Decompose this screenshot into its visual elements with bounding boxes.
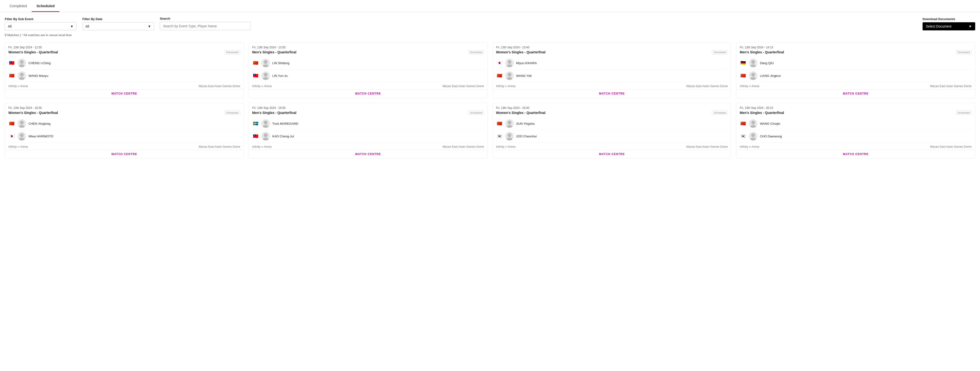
- date-filter: Filter By Date All ▼: [82, 17, 154, 30]
- match-datetime: Fri, 13th Sep 2024 - 14:15: [740, 46, 972, 49]
- player-name: WANG Manyu: [29, 74, 48, 78]
- player-flag: 🇰🇷: [740, 134, 746, 139]
- svg-point-8: [508, 60, 511, 64]
- svg-point-22: [264, 133, 267, 137]
- match-title: Men's Singles - Quarterfinal: [252, 50, 296, 54]
- match-centre-button[interactable]: MATCH CENTRE: [249, 89, 487, 98]
- match-title: Women's Singles - Quarterfinal: [8, 111, 58, 115]
- sub-event-value: All: [8, 24, 12, 28]
- svg-point-0: [20, 60, 24, 64]
- search-label: Search: [160, 17, 251, 20]
- matches-grid: Fri, 13th Sep 2024 - 12:30 Women's Singl…: [0, 40, 980, 161]
- player-row: 🇨🇳 LIANG Jingkun: [740, 69, 972, 82]
- player-name: WANG Chuqin: [760, 122, 780, 126]
- svg-point-17: [19, 125, 25, 128]
- svg-point-1: [19, 64, 25, 67]
- match-status: Scheduled: [712, 111, 728, 115]
- player-name: LIN Yun-Ju: [272, 74, 288, 78]
- match-status: Scheduled: [956, 50, 972, 54]
- download-button[interactable]: Select Document ▼: [923, 22, 975, 30]
- match-title-row: Women's Singles - Quarterfinal Scheduled: [496, 111, 728, 115]
- match-centre-button[interactable]: MATCH CENTRE: [5, 150, 243, 158]
- player-avatar: [505, 132, 514, 140]
- match-title-row: Men's Singles - Quarterfinal Scheduled: [740, 111, 972, 115]
- match-info-bar: 8 Matches | * All matches are in venue l…: [0, 32, 980, 40]
- venue2: Macao East Asian Games Dome: [686, 84, 728, 88]
- player-avatar: [261, 132, 270, 140]
- venue2: Macao East Asian Games Dome: [930, 84, 972, 88]
- svg-point-25: [507, 125, 512, 128]
- match-centre-button[interactable]: MATCH CENTRE: [249, 150, 487, 158]
- match-datetime: Fri, 13th Sep 2024 - 19:05: [252, 106, 484, 110]
- player-avatar: [749, 132, 757, 140]
- match-card: Fri, 13th Sep 2024 - 18:30 Women's Singl…: [5, 103, 244, 158]
- tab-completed[interactable]: Completed: [5, 0, 32, 12]
- venue1: Infinity ∞ Arena: [496, 145, 515, 148]
- player-name: CHENG I-Ching: [29, 61, 51, 65]
- svg-point-13: [750, 64, 756, 67]
- match-venues: Infinity ∞ Arena Macao East Asian Games …: [252, 143, 484, 150]
- venue1: Infinity ∞ Arena: [740, 145, 759, 148]
- match-title: Women's Singles - Quarterfinal: [496, 50, 546, 54]
- match-centre-button[interactable]: MATCH CENTRE: [493, 150, 731, 158]
- match-datetime: Fri, 13th Sep 2024 - 13:40: [496, 46, 728, 49]
- player-avatar: [261, 119, 270, 128]
- venue2: Macao East Asian Games Dome: [686, 145, 728, 148]
- player-name: Miwa HARIMOTO: [29, 135, 53, 138]
- venue1: Infinity ∞ Arena: [8, 145, 28, 148]
- player-flag: 🇨🇳: [740, 73, 746, 78]
- sub-event-select[interactable]: All ▼: [5, 22, 76, 30]
- match-venues: Infinity ∞ Arena Macao East Asian Games …: [8, 82, 240, 89]
- svg-point-26: [508, 133, 511, 137]
- match-centre-button[interactable]: MATCH CENTRE: [737, 89, 975, 98]
- player-row: 🇩🇪 Dang QIU: [740, 57, 972, 69]
- player-row: 🇹🇼 KAO Cheng-Jui: [252, 130, 484, 143]
- player-row: 🇨🇳 LIN Shidong: [252, 57, 484, 69]
- venue1: Infinity ∞ Arena: [252, 145, 272, 148]
- match-centre-button[interactable]: MATCH CENTRE: [5, 89, 243, 98]
- venue1: Infinity ∞ Arena: [740, 84, 759, 88]
- tab-scheduled[interactable]: Scheduled: [32, 0, 60, 12]
- match-centre-button[interactable]: MATCH CENTRE: [737, 150, 975, 158]
- svg-point-18: [20, 133, 24, 137]
- player-flag: 🇨🇳: [8, 73, 15, 78]
- match-centre-button[interactable]: MATCH CENTRE: [493, 89, 731, 98]
- svg-point-31: [750, 138, 756, 140]
- player-avatar: [18, 71, 26, 80]
- date-select[interactable]: All ▼: [82, 22, 154, 30]
- search-input[interactable]: [160, 22, 251, 30]
- player-name: Dang QIU: [760, 61, 774, 65]
- sub-event-filter: Filter By Sub Event All ▼: [5, 17, 76, 30]
- venue1: Infinity ∞ Arena: [8, 84, 28, 88]
- svg-point-14: [751, 73, 755, 76]
- svg-point-5: [263, 64, 269, 67]
- player-name: WANG Yidi: [516, 74, 532, 78]
- player-flag: 🇹🇼: [8, 61, 15, 65]
- player-flag: 🇨🇳: [8, 121, 15, 126]
- match-datetime: Fri, 13th Sep 2024 - 20:15: [740, 106, 972, 110]
- player-avatar: [261, 71, 270, 80]
- svg-point-30: [751, 133, 755, 137]
- match-card: Fri, 13th Sep 2024 - 13:05 Men's Singles…: [249, 42, 488, 98]
- player-flag: 🇹🇼: [252, 73, 259, 78]
- svg-point-20: [264, 121, 267, 124]
- tabs-container: Completed Scheduled: [0, 0, 980, 12]
- search-filter: Search: [160, 17, 251, 30]
- match-status: Scheduled: [712, 50, 728, 54]
- player-flag: 🇹🇼: [252, 134, 259, 139]
- player-avatar: [18, 59, 26, 67]
- svg-point-27: [507, 138, 512, 140]
- svg-point-28: [751, 121, 755, 124]
- svg-point-16: [20, 121, 24, 124]
- match-card: Fri, 13th Sep 2024 - 14:15 Men's Singles…: [736, 42, 975, 98]
- player-name: CHEN Xingtong: [29, 122, 51, 126]
- player-row: 🇨🇳 WANG Yidi: [496, 69, 728, 82]
- match-title: Women's Singles - Quarterfinal: [496, 111, 546, 115]
- venue1: Infinity ∞ Arena: [496, 84, 515, 88]
- venue2: Macao East Asian Games Dome: [199, 145, 240, 148]
- svg-point-29: [750, 125, 756, 128]
- venue2: Macao East Asian Games Dome: [442, 145, 484, 148]
- player-row: 🇨🇳 SUN Yingsha: [496, 117, 728, 130]
- player-name: JOO Cheonhui: [516, 135, 537, 138]
- player-name: SUN Yingsha: [516, 122, 535, 126]
